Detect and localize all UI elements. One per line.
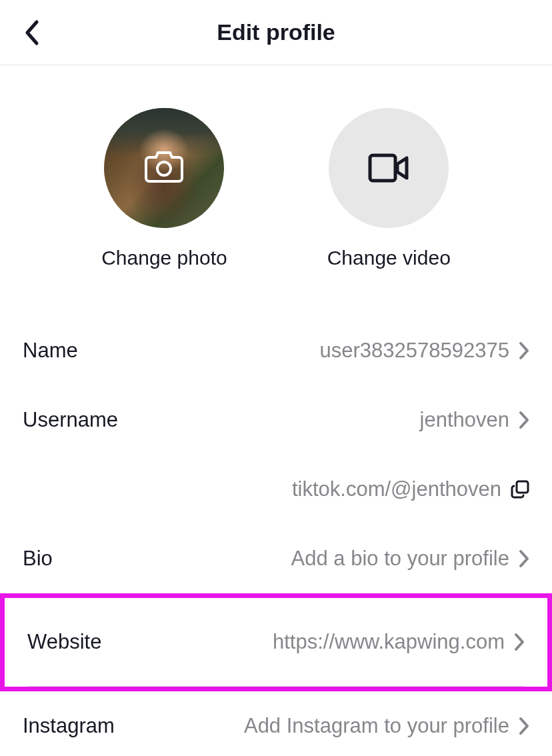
chevron-right-icon — [519, 411, 529, 429]
username-label: Username — [23, 408, 118, 432]
instagram-label: Instagram — [23, 714, 115, 738]
website-label: Website — [27, 630, 101, 654]
divider — [27, 686, 525, 687]
website-row[interactable]: Website https://www.kapwing.com — [27, 598, 525, 686]
change-photo-label: Change photo — [101, 247, 227, 269]
svg-rect-1 — [370, 155, 395, 181]
copy-button[interactable] — [511, 480, 529, 499]
copy-icon — [511, 480, 529, 499]
chevron-right-icon — [514, 633, 525, 651]
chevron-right-icon — [519, 341, 529, 360]
media-section: Change photo Change video — [0, 65, 552, 316]
username-row[interactable]: Username jenthoven — [23, 385, 529, 455]
page-title: Edit profile — [217, 19, 335, 45]
change-video-label: Change video — [327, 247, 451, 269]
username-value: jenthoven — [420, 408, 509, 432]
name-label: Name — [23, 339, 78, 363]
svg-rect-2 — [517, 481, 528, 493]
camera-icon — [145, 150, 183, 186]
fields-section: Name user3832578592375 Username jenthove… — [0, 316, 552, 756]
profile-url-row: tiktok.com/@jenthoven — [23, 455, 529, 524]
chevron-right-icon — [519, 549, 529, 568]
name-value: user3832578592375 — [320, 339, 509, 363]
instagram-row[interactable]: Instagram Add Instagram to your profile — [23, 691, 529, 756]
change-video-button[interactable] — [329, 108, 449, 228]
instagram-value: Add Instagram to your profile — [244, 714, 509, 738]
bio-label: Bio — [23, 547, 53, 571]
video-icon — [368, 153, 409, 183]
change-video-item: Change video — [327, 108, 451, 269]
chevron-right-icon — [519, 717, 529, 735]
change-photo-item: Change photo — [101, 108, 227, 269]
header: Edit profile — [0, 0, 552, 65]
chevron-left-icon — [23, 19, 41, 46]
back-button[interactable] — [19, 19, 45, 46]
svg-point-0 — [157, 162, 171, 175]
profile-url-text: tiktok.com/@jenthoven — [292, 477, 501, 501]
name-row[interactable]: Name user3832578592375 — [23, 316, 529, 385]
bio-value: Add a bio to your profile — [291, 547, 509, 571]
website-highlight: Website https://www.kapwing.com — [0, 593, 552, 691]
change-photo-button[interactable] — [104, 108, 224, 228]
bio-row[interactable]: Bio Add a bio to your profile — [23, 524, 529, 593]
website-value: https://www.kapwing.com — [273, 630, 505, 654]
